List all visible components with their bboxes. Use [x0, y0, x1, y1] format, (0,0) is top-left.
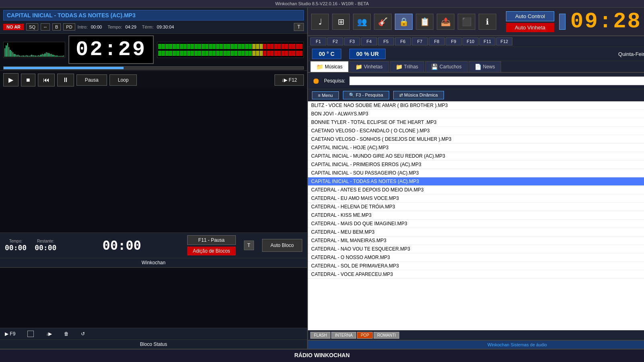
tab-musicas[interactable]: 📁 Músicas: [310, 61, 349, 72]
menu-button[interactable]: ≡ Menu: [312, 91, 339, 99]
f3-search-button[interactable]: 🔍 F3 - Pesquisa: [343, 91, 389, 99]
tab-cartuchos-label: Cartuchos: [440, 64, 462, 70]
fkey-f4[interactable]: F4: [361, 37, 377, 45]
left-panel: CAPITAL INICIAL - TODAS AS NOITES (AC).M…: [0, 8, 308, 349]
fkey-f8[interactable]: F8: [429, 37, 445, 45]
now-playing-section: CAPITAL INICIAL - TODAS AS NOITES (AC).M…: [0, 8, 307, 34]
t-button[interactable]: T: [294, 23, 304, 31]
big-timer: 02:29: [68, 35, 154, 64]
genre-tag[interactable]: FLASH: [310, 332, 330, 339]
lock-toolbar-btn[interactable]: 🔒: [395, 14, 413, 30]
loop-btn[interactable]: ↺: [81, 331, 85, 337]
song-list-item[interactable]: CATEDRAL - VOCE APARECEU.MP3: [308, 270, 644, 279]
song-list-item[interactable]: CAPITAL INICIAL - MUNDO GIRE AO SEU REDO…: [308, 152, 644, 160]
genre-tag[interactable]: POP: [357, 332, 373, 339]
fkey-f1[interactable]: F1: [310, 37, 326, 45]
grid-icon: ⊞: [338, 17, 345, 27]
f12-button[interactable]: ↓▶ F12: [275, 74, 304, 86]
auto-vinheta-button[interactable]: Auto Vinheta: [506, 23, 554, 32]
left-middle-area: [0, 89, 307, 232]
adicao-button[interactable]: Adição de Blocos: [187, 247, 236, 255]
square-toolbar-btn[interactable]: ⬛: [458, 14, 475, 30]
fkey-f9[interactable]: F9: [446, 37, 462, 45]
song-list-item[interactable]: CAPITAL INICIAL - TODAS AS NOITES (AC).M…: [308, 177, 644, 186]
genre-tag[interactable]: ROMANTI: [374, 332, 399, 339]
song-list-item[interactable]: CATEDRAL - ANTES E DEPOIS DO MEIO DIA.MP…: [308, 186, 644, 194]
loop-button[interactable]: Loop: [109, 74, 137, 86]
fkey-f11[interactable]: F11: [479, 37, 495, 45]
intro-time: 00:00: [91, 25, 102, 29]
musica-dinamica-button[interactable]: ⇄ Música Dinâmica: [393, 91, 444, 99]
song-list-item[interactable]: CATEDRAL - O NOSSO AMOR.MP3: [308, 253, 644, 262]
song-list-item[interactable]: CATEDRAL - MAIS DO QUE IMAGINEI.MP3: [308, 220, 644, 228]
fkey-f3[interactable]: F3: [344, 37, 360, 45]
right-toolbar: ♩ ⊞ 👥 🎸 🔒 📋 📤 ⬛ ℹ Auto Control Auto Vinh…: [308, 8, 644, 36]
search-globe-icon[interactable]: ⏺: [312, 76, 320, 86]
footer-status: Winkochan Sistemas de áudio: [308, 340, 644, 349]
progress-bar-area[interactable]: [0, 66, 307, 70]
fkey-f12[interactable]: F12: [496, 37, 512, 45]
tabs-row: 📁 Músicas 📁 Vinhetas 📁 Trilhas 💾 Cartuch…: [308, 61, 644, 73]
tab-trilhas[interactable]: 📁 Trilhas: [390, 61, 425, 72]
auto-control-section: Auto Control Auto Vinheta: [506, 11, 554, 32]
b-badge[interactable]: B: [52, 23, 61, 31]
song-list-item[interactable]: CAETANO VELOSO - SONHOS ( DESEJOS DE MUL…: [308, 135, 644, 144]
bottom-bar: RÁDIO WINKOCHAN: [0, 349, 644, 361]
tab-news[interactable]: 📄 News: [469, 61, 501, 72]
song-list-item[interactable]: CAPITAL INICIAL - HOJE (AC).MP3: [308, 144, 644, 152]
genre-tag[interactable]: INTERNA: [331, 332, 356, 339]
song-list-item[interactable]: CAPITAL INICIAL - PRIMEIROS ERROS (AC).M…: [308, 160, 644, 169]
checkbox-btn[interactable]: [27, 331, 34, 337]
tab-cartuchos[interactable]: 💾 Cartuchos: [425, 61, 468, 72]
f11-button[interactable]: F11 - Pausa: [187, 235, 236, 245]
arrow-down-right-btn[interactable]: ↓▶: [46, 331, 52, 337]
search-input[interactable]: [349, 76, 644, 85]
song-list-item[interactable]: CATEDRAL - MIL MANEIRAS.MP3: [308, 237, 644, 245]
auto-bloco-button[interactable]: Auto Bloco: [262, 239, 302, 252]
tab-vinhetas[interactable]: 📁 Vinhetas: [349, 61, 388, 72]
term-time: 09:30:04: [157, 25, 174, 29]
auto-control-button[interactable]: Auto Control: [506, 11, 554, 21]
song-list-item[interactable]: CATEDRAL - EU AMO MAIS VOCE.MP3: [308, 194, 644, 203]
fkey-f10[interactable]: F10: [462, 37, 479, 45]
pause-icon-button[interactable]: ⏸: [57, 74, 74, 86]
fkey-f2[interactable]: F2: [327, 37, 343, 45]
f9-button[interactable]: ▶ F9: [5, 331, 15, 337]
fkey-f6[interactable]: F6: [395, 37, 411, 45]
export-toolbar-btn[interactable]: 📤: [437, 14, 454, 30]
guitar-icon: 🎸: [378, 17, 388, 27]
fkey-f7[interactable]: F7: [412, 37, 428, 45]
song-list-item[interactable]: CATEDRAL - SOL DE PRIMAVERA.MP3: [308, 262, 644, 270]
song-list-item[interactable]: BONNIE TYLER - TOTAL ECLIPSE OF THE HEAR…: [308, 118, 644, 127]
song-list-item[interactable]: CAPITAL INICIAL - SOU PASSAGEIRO (AC).MP…: [308, 169, 644, 177]
radio-name: RÁDIO WINKOCHAN: [294, 352, 350, 358]
fkey-f5[interactable]: F5: [378, 37, 394, 45]
stop-button[interactable]: ■: [21, 74, 35, 86]
song-list-item[interactable]: CATEDRAL - NAO VOU TE ESQUECER.MP3: [308, 245, 644, 253]
musicas-folder-icon: 📁: [316, 64, 323, 70]
song-list-item[interactable]: BLITZ - VOCE NAO SOUBE ME AMAR ( BIG BRO…: [308, 101, 644, 110]
pd-badge[interactable]: PD: [63, 23, 75, 31]
info-toolbar-btn[interactable]: ℹ: [479, 14, 496, 30]
play-button[interactable]: ▶: [3, 73, 19, 86]
t-btn-sm[interactable]: T: [244, 241, 254, 250]
bloco-status: Bloco Status: [0, 339, 307, 349]
grid-toolbar-btn[interactable]: ⊞: [332, 14, 350, 30]
progress-fill: [4, 67, 124, 69]
song-list-item[interactable]: CATEDRAL - MEU BEM.MP3: [308, 228, 644, 237]
progress-track[interactable]: [3, 66, 304, 70]
book-toolbar-btn[interactable]: 📋: [416, 14, 433, 30]
pause-labeled-button[interactable]: Pausa: [76, 74, 107, 86]
users-toolbar-btn[interactable]: 👥: [353, 14, 371, 30]
song-list-item[interactable]: CATEDRAL - KISS ME.MP3: [308, 211, 644, 220]
arrow-btn[interactable]: ↔: [41, 23, 50, 31]
restante-value: 00:00: [35, 243, 56, 252]
prev-button[interactable]: ⏮: [38, 74, 55, 86]
song-list-item[interactable]: CAETANO VELOSO - ESCANDALO ( O CLONE ).M…: [308, 127, 644, 135]
music-note-toolbar-btn[interactable]: ♩: [311, 14, 329, 30]
song-list-item[interactable]: BON JOVI - ALWAYS.MP3: [308, 110, 644, 118]
guitar-toolbar-btn[interactable]: 🎸: [374, 14, 392, 30]
song-list-item[interactable]: CATEDRAL - HELENA DE TRÓIA.MP3: [308, 203, 644, 211]
delete-btn[interactable]: 🗑: [64, 331, 69, 337]
sq-badge[interactable]: SQ: [26, 23, 38, 31]
